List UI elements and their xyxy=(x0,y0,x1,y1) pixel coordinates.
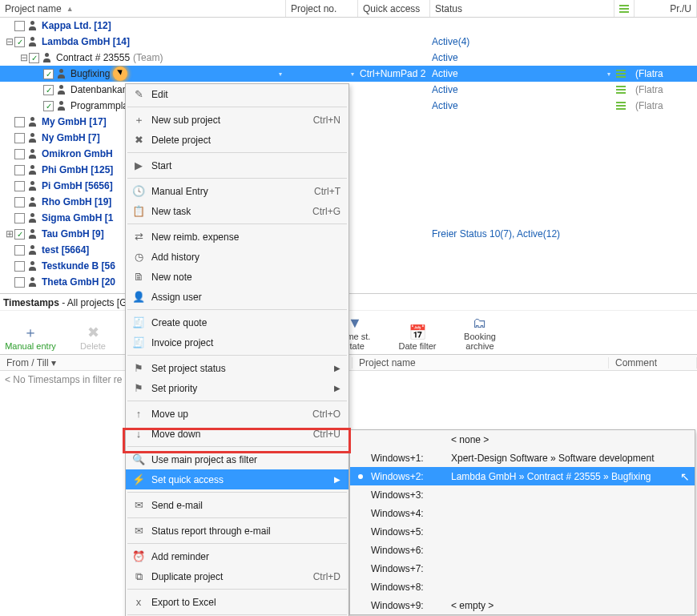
checkbox[interactable]: ✓ xyxy=(14,37,25,47)
menu-item[interactable]: 🧾Invoice project xyxy=(126,332,348,352)
status-label: Active xyxy=(432,100,458,111)
menu-label: Manual Entry xyxy=(147,186,314,197)
checkbox[interactable] xyxy=(14,133,25,143)
menu-item[interactable]: 📋New taskCtrl+G xyxy=(126,201,348,221)
person-icon xyxy=(27,212,38,223)
menu-item[interactable]: ✎Edit xyxy=(126,84,348,104)
col-project-no-label: Project no. xyxy=(291,3,336,14)
project-name-label: Rho GmbH [19] xyxy=(42,196,111,207)
menu-label: New sub project xyxy=(147,115,313,126)
menu-label: New note xyxy=(147,272,340,283)
bars-icon xyxy=(616,69,626,79)
pru-label: (Flatra xyxy=(635,84,663,95)
col-pru[interactable]: Pr./U xyxy=(635,0,697,17)
project-name-label: Datenbankan xyxy=(71,84,127,95)
checkbox[interactable] xyxy=(14,181,25,191)
checkbox[interactable]: ✓ xyxy=(43,85,54,95)
sort-asc-icon: ▲ xyxy=(66,5,74,13)
checkbox[interactable] xyxy=(14,245,25,256)
project-name-label: My GmbH [17] xyxy=(42,116,107,127)
col-quick-access[interactable]: Quick access xyxy=(358,0,430,17)
col-project-name[interactable]: Project name ▲ xyxy=(0,0,286,17)
subheader-cell[interactable]: Comment xyxy=(609,357,697,368)
menu-icon: ✖ xyxy=(131,134,147,146)
project-name-label: Omikron GmbH xyxy=(42,148,113,159)
menu-item[interactable]: ⚑Set priority▶ xyxy=(126,378,348,389)
menu-item[interactable]: ＋New sub projectCtrl+N xyxy=(126,110,348,130)
expand-icon[interactable]: ⊞ xyxy=(5,228,14,240)
person-icon xyxy=(27,148,38,159)
checkbox[interactable] xyxy=(14,261,25,272)
menu-label: New task xyxy=(147,206,312,217)
menu-separator xyxy=(127,152,347,153)
menu-label: Set priority xyxy=(147,383,334,389)
checkbox[interactable] xyxy=(14,165,25,175)
checkbox[interactable] xyxy=(14,197,25,207)
menu-item[interactable]: ⇄New reimb. expense xyxy=(126,227,348,247)
checkbox[interactable] xyxy=(14,213,25,223)
project-context-menu[interactable]: ✎Edit＋New sub projectCtrl+N✖Delete proje… xyxy=(125,83,349,389)
toolbar-button[interactable]: 📅Date filter xyxy=(392,324,443,351)
tree-row[interactable]: ⊟✓Contract # 23555(Team)Active xyxy=(0,50,697,66)
menu-icon: 👤 xyxy=(131,291,147,303)
tree-row[interactable]: Kappa Ltd. [12] xyxy=(0,18,697,34)
toolbar-label: Date filter xyxy=(398,341,436,351)
menu-icon: ✎ xyxy=(131,88,147,100)
checkbox[interactable] xyxy=(14,117,25,127)
tree-row[interactable]: ⊟✓Lambda GmbH [14]Active(4) xyxy=(0,34,697,50)
menu-item[interactable]: ✖Delete project xyxy=(126,130,348,150)
col-project-name-label: Project name xyxy=(5,3,62,14)
toolbar-icon: 📅 xyxy=(409,324,426,341)
dropdown-icon[interactable]: ▾ xyxy=(605,70,613,78)
menu-icon: ⚑ xyxy=(131,382,147,389)
person-icon xyxy=(27,36,38,47)
submenu-arrow-icon: ▶ xyxy=(334,384,340,389)
toolbar-button[interactable]: 🗂Booking archive xyxy=(454,314,506,351)
toolbar-icon: ✖ xyxy=(87,324,99,341)
menu-item[interactable]: 🕓Manual EntryCtrl+T xyxy=(126,181,348,201)
col-bars[interactable] xyxy=(614,0,635,17)
menu-item[interactable]: ▶Start xyxy=(126,155,348,175)
menu-item[interactable]: 🗎New note xyxy=(126,267,348,287)
checkbox[interactable]: ✓ xyxy=(14,229,25,240)
expand-icon[interactable]: ⊟ xyxy=(5,36,14,47)
status-label: Active xyxy=(432,84,458,95)
toolbar-label: Booking archive xyxy=(454,332,506,351)
menu-icon: ⇄ xyxy=(131,231,147,243)
checkbox[interactable]: ✓ xyxy=(29,53,39,63)
menu-item[interactable]: 👤Assign user xyxy=(126,287,348,307)
dropdown-icon: ▾ xyxy=(49,357,56,368)
subheader-cell[interactable]: Project name xyxy=(353,357,609,368)
col-pru-label: Pr./U xyxy=(670,3,691,14)
menu-icon: ▶ xyxy=(131,159,147,171)
person-icon xyxy=(27,132,38,143)
col-quick-access-label: Quick access xyxy=(363,3,420,14)
status-label: Active xyxy=(432,68,458,79)
col-project-no[interactable]: Project no. xyxy=(286,0,358,17)
tree-row[interactable]: ✓Bugfixing▾▾Ctrl+NumPad 2Active▾(Flatra xyxy=(0,66,697,82)
checkbox[interactable] xyxy=(14,277,25,288)
toolbar-icon: ＋ xyxy=(23,324,38,341)
menu-item[interactable]: ◷Add history xyxy=(126,247,348,267)
checkbox[interactable]: ✓ xyxy=(43,69,54,79)
dropdown-icon[interactable]: ▾ xyxy=(348,70,357,78)
toolbar-icon: 🗂 xyxy=(473,314,487,332)
expand-icon[interactable]: ⊟ xyxy=(19,52,29,63)
project-name-label: Bugfixing xyxy=(71,68,110,79)
menu-item[interactable]: 🧾Create quote xyxy=(126,312,348,332)
checkbox[interactable]: ✓ xyxy=(43,101,54,111)
col-status[interactable]: Status xyxy=(430,0,614,17)
toolbar-button[interactable]: ＋Manual entry xyxy=(5,324,56,351)
project-name-label: Programmpla xyxy=(71,100,128,111)
menu-item[interactable]: ⚑Set project status▶ xyxy=(126,358,348,378)
project-table-header: Project name ▲ Project no. Quick access … xyxy=(0,0,697,18)
dropdown-icon[interactable]: ▾ xyxy=(276,70,284,78)
menu-icon: ⚑ xyxy=(131,362,147,374)
checkbox[interactable] xyxy=(14,149,25,159)
bars-icon xyxy=(616,85,626,95)
person-icon xyxy=(56,100,67,111)
pru-label: (Flatra xyxy=(635,100,663,111)
menu-shortcut: Ctrl+N xyxy=(313,115,340,126)
person-icon xyxy=(27,116,38,127)
checkbox[interactable] xyxy=(14,21,25,31)
